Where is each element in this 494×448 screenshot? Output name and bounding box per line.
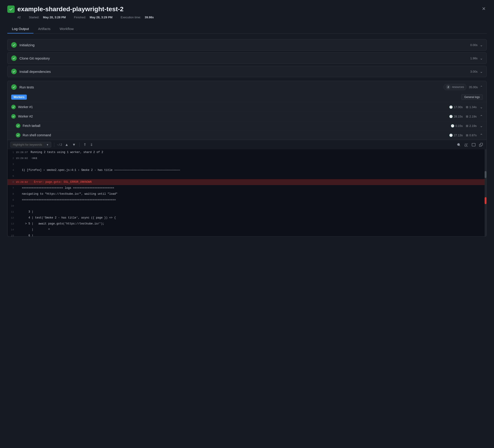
run-tests-header[interactable]: Run tests 2 resources 35.00s ⌃ xyxy=(8,81,486,93)
log-timestamp xyxy=(16,161,19,167)
step-clone-git[interactable]: Clone Git repository 1.98s ⌄ xyxy=(7,52,487,64)
worker1-time2: 1.34s xyxy=(469,105,477,109)
log-line-number: 3 xyxy=(8,161,16,167)
chevron-up-icon: ⌃ xyxy=(480,133,483,137)
log-timestamp: 15:29:02 xyxy=(16,155,31,161)
log-content: | ^ xyxy=(19,227,486,233)
wrap-button[interactable] xyxy=(464,142,469,148)
resources-badge: 2 resources xyxy=(444,84,467,90)
log-line-number: 4 xyxy=(8,167,16,173)
toolbar-separator xyxy=(54,142,54,147)
tabs: Log Output Artifacts Workflow xyxy=(7,25,487,34)
search-button[interactable] xyxy=(456,142,462,148)
copy-icon xyxy=(479,143,483,147)
log-content xyxy=(19,161,486,167)
status-icon xyxy=(7,5,15,13)
run-tests-time: 35.00s xyxy=(469,85,478,89)
log-content xyxy=(19,203,486,209)
log-line: 215:29:02·xx± xyxy=(8,155,486,161)
step-check-install xyxy=(11,69,17,74)
clock-icon2: 🕐 xyxy=(449,115,453,118)
log-line: 3 xyxy=(8,161,486,167)
log-timestamp: 15:29:02 xyxy=(16,179,31,185)
chevron-down-icon: ⌄ xyxy=(480,124,483,128)
log-line-number: 14 xyxy=(8,227,16,233)
fetch-time2: 2.19s xyxy=(469,124,477,128)
log-line: 4 1) [firefox] › smoke2.spec.js:4:1 › Sm… xyxy=(8,167,486,173)
sub-step-worker1[interactable]: Worker #1 🕐 17.00s ⊞ 1.34s ⌄ xyxy=(8,102,486,112)
step-check-clone xyxy=(11,55,17,61)
filter-icon[interactable]: ▼ xyxy=(46,143,49,146)
check-icon xyxy=(9,7,13,11)
toolbar-separator2 xyxy=(79,142,80,147)
log-timestamp xyxy=(16,227,19,233)
step-check-run-tests xyxy=(11,84,17,90)
size-icon4: ⊞ xyxy=(466,134,468,137)
log-scrollbar[interactable] xyxy=(485,149,486,236)
step-initializing[interactable]: Initializing 0.00s ⌄ xyxy=(7,39,487,51)
log-line: 13 > 5 | await page.goto('https://testku… xyxy=(8,221,486,227)
sub-step-fetch-tarball[interactable]: Fetch tarball 🕐 0.15s ⊞ 2.19s ⌄ xyxy=(8,121,486,130)
log-line-number: 8 xyxy=(8,191,16,197)
log-area: 115:28:37Running 2 tests using 1 worker,… xyxy=(8,149,486,236)
clock-icon4: 🕐 xyxy=(449,134,453,137)
log-line: 12 4 | test('Smoke 2 - has title', async… xyxy=(8,215,486,221)
clock-icon3: 🕐 xyxy=(451,124,454,128)
run-tests-block: Run tests 2 resources 35.00s ⌃ Workers G… xyxy=(7,81,487,237)
workers-tab[interactable]: Workers xyxy=(11,95,27,100)
step-label-install: Install dependencies xyxy=(19,70,51,74)
log-timestamp xyxy=(16,203,19,209)
general-logs-button[interactable]: General logs xyxy=(461,94,483,100)
size-icon: ⊞ xyxy=(466,105,468,109)
tab-log-output[interactable]: Log Output xyxy=(7,25,33,33)
log-line-number: 6 xyxy=(8,179,16,185)
log-line: 5 xyxy=(8,173,486,179)
log-timestamp: 15:28:37 xyxy=(16,149,31,155)
log-timestamp xyxy=(16,221,19,227)
log-line: 15 6 | xyxy=(8,233,486,236)
expand-button[interactable] xyxy=(471,142,476,148)
sub-step-run-shell[interactable]: Run shell command 🕐 27.13s ⊞ 0.87s ⌃ xyxy=(8,130,486,140)
nav-first-button[interactable]: ⇑ xyxy=(82,142,87,147)
sub-step-worker2[interactable]: Worker #2 🕐 28.15s ⊞ 2.19s ⌃ xyxy=(8,112,486,121)
log-timestamp xyxy=(16,197,19,203)
step-install-deps[interactable]: Install dependencies 3.00s ⌄ xyxy=(7,66,487,77)
nav-last-button[interactable]: ⇓ xyxy=(89,142,94,147)
check-icon xyxy=(12,70,16,73)
log-content xyxy=(19,173,486,179)
log-line-number: 15 xyxy=(8,233,16,236)
check-fetch-tarball xyxy=(16,123,20,128)
header: example-sharded-playwright-test-2 ✕ xyxy=(7,5,487,13)
chevron-down-icon: ⌄ xyxy=(480,69,483,74)
log-line: 615:29:02 Error: page.goto: SSL_ERROR_UN… xyxy=(8,179,486,185)
step-label-run-tests: Run tests xyxy=(19,85,34,89)
check-icon xyxy=(12,106,15,108)
log-line-number: 13 xyxy=(8,221,16,227)
check-run-shell xyxy=(16,133,20,137)
log-line-number: 7 xyxy=(8,185,16,191)
check-icon xyxy=(12,43,16,47)
shell-time1: 27.13s xyxy=(454,134,463,137)
size-icon3: ⊞ xyxy=(466,124,468,128)
finished-label: Finished: xyxy=(74,16,86,19)
log-line: 8 navigating to "https://testkube.io/", … xyxy=(8,191,486,197)
check-worker1 xyxy=(11,105,16,109)
search-icon xyxy=(457,143,461,147)
tab-artifacts[interactable]: Artifacts xyxy=(33,25,55,33)
nav-down-button[interactable]: ▼ xyxy=(71,142,77,147)
log-line: 11 3 | xyxy=(8,209,486,215)
nav-up-button[interactable]: ▲ xyxy=(64,142,69,147)
close-button[interactable]: ✕ xyxy=(481,5,487,12)
worker2-label: Worker #2 xyxy=(18,115,33,118)
chevron-down-icon: ⌄ xyxy=(480,56,483,61)
log-timestamp xyxy=(16,173,19,179)
step-label-clone: Clone Git repository xyxy=(19,56,50,60)
tab-workflow[interactable]: Workflow xyxy=(55,25,78,33)
log-timestamp xyxy=(16,185,19,191)
copy-button[interactable] xyxy=(478,142,484,148)
wrap-icon xyxy=(464,143,468,147)
resources-label: resources xyxy=(452,85,464,89)
log-timestamp xyxy=(16,209,19,215)
highlight-input[interactable] xyxy=(13,143,45,146)
app-container: example-sharded-playwright-test-2 ✕ #2 ·… xyxy=(0,0,494,448)
